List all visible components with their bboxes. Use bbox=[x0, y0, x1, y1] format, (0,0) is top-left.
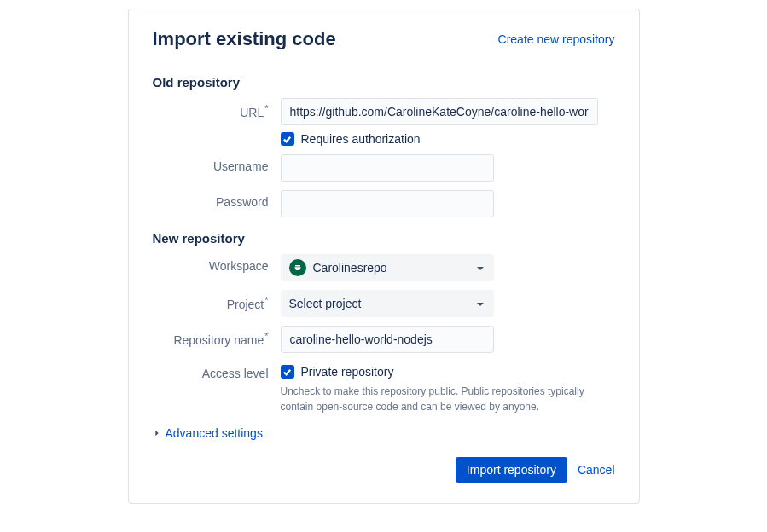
project-label-text: Project bbox=[227, 298, 264, 311]
workspace-row: Workspace Carolinesrepo bbox=[153, 254, 615, 281]
button-row: Import repository Cancel bbox=[153, 457, 615, 483]
old-repository-section-title: Old repository bbox=[153, 75, 615, 90]
password-row: Password bbox=[153, 190, 615, 217]
username-row: Username bbox=[153, 154, 615, 182]
import-repository-button[interactable]: Import repository bbox=[456, 457, 567, 483]
private-repository-label[interactable]: Private repository bbox=[301, 365, 394, 379]
project-row: Project* Select project bbox=[153, 290, 615, 317]
username-input[interactable] bbox=[281, 154, 494, 182]
project-label: Project* bbox=[153, 290, 281, 311]
requires-authorization-label[interactable]: Requires authorization bbox=[301, 132, 421, 146]
workspace-select[interactable]: Carolinesrepo bbox=[281, 254, 494, 281]
private-repository-help-text: Uncheck to make this repository public. … bbox=[281, 384, 588, 414]
new-repository-section-title: New repository bbox=[153, 231, 615, 246]
workspace-label: Workspace bbox=[153, 254, 281, 273]
cancel-button[interactable]: Cancel bbox=[578, 463, 615, 477]
project-value: Select project bbox=[289, 297, 362, 310]
workspace-avatar-icon bbox=[289, 259, 306, 276]
access-level-row: Access level Private repository Uncheck … bbox=[153, 361, 615, 414]
url-label-text: URL bbox=[240, 106, 264, 119]
username-label: Username bbox=[153, 154, 281, 173]
import-repository-card: Import existing code Create new reposito… bbox=[128, 9, 640, 504]
access-level-label: Access level bbox=[153, 361, 281, 380]
advanced-settings-label: Advanced settings bbox=[166, 426, 263, 440]
workspace-value: Carolinesrepo bbox=[313, 261, 387, 275]
url-input[interactable] bbox=[281, 98, 598, 125]
repository-name-input[interactable] bbox=[281, 326, 494, 353]
repo-name-label-text: Repository name bbox=[173, 333, 264, 347]
repo-name-row: Repository name* bbox=[153, 326, 615, 353]
project-select[interactable]: Select project bbox=[281, 290, 494, 317]
advanced-settings-toggle[interactable]: Advanced settings bbox=[153, 426, 615, 440]
password-input[interactable] bbox=[281, 190, 494, 217]
header: Import existing code Create new reposito… bbox=[153, 28, 615, 61]
chevron-right-icon bbox=[153, 426, 161, 440]
repo-name-label: Repository name* bbox=[153, 326, 281, 347]
url-row: URL* Requires authorization bbox=[153, 98, 615, 146]
private-repository-checkbox[interactable] bbox=[281, 365, 294, 379]
page-title: Import existing code bbox=[153, 28, 336, 50]
chevron-down-icon bbox=[475, 263, 485, 273]
chevron-down-icon bbox=[475, 298, 485, 309]
requires-authorization-checkbox[interactable] bbox=[281, 132, 294, 146]
create-new-repository-link[interactable]: Create new repository bbox=[498, 32, 615, 46]
url-label: URL* bbox=[153, 98, 281, 119]
password-label: Password bbox=[153, 190, 281, 209]
